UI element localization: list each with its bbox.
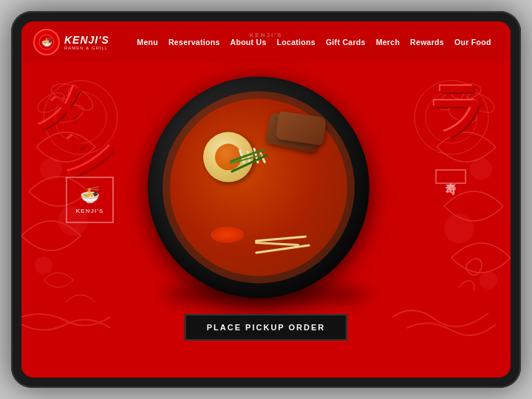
svg-text:🍜: 🍜 xyxy=(41,36,52,47)
screen: メ ン ラ 寿司 🍜 KENJI'S 🍜 KENJI'S RAMEN xyxy=(21,21,511,378)
svg-point-6 xyxy=(40,158,62,180)
logo-subtitle: RAMEN & GRILL xyxy=(64,46,109,50)
svg-point-15 xyxy=(470,158,492,180)
nav-merch[interactable]: Merch xyxy=(376,38,400,47)
svg-point-16 xyxy=(444,214,474,243)
nav-rewards[interactable]: Rewards xyxy=(410,38,444,47)
logo-name: KENJI'S xyxy=(64,34,109,46)
nav-menu[interactable]: Menu xyxy=(137,38,158,47)
green-onions xyxy=(229,154,270,165)
bowl-outer xyxy=(148,77,369,299)
navbar: 🍜 KENJI'S RAMEN & GRILL Menu Reservation… xyxy=(21,21,511,62)
red-garnish xyxy=(211,227,244,243)
nav-links: Menu Reservations About Us Locations Gif… xyxy=(129,38,499,47)
nav-about[interactable]: About Us xyxy=(231,38,267,47)
kenji-box-label: KENJI'S xyxy=(76,208,104,214)
place-pickup-order-button[interactable]: PLACE PICKUP ORDER xyxy=(185,314,347,341)
nav-reservations[interactable]: Reservations xyxy=(168,38,220,47)
jp-char-ra: ラ xyxy=(428,81,488,140)
logo-icon: 🍜 xyxy=(33,29,60,55)
bowl-inner xyxy=(163,92,355,284)
sushi-kanji-box: 寿司 xyxy=(435,169,466,184)
logo-area: 🍜 KENJI'S RAMEN & GRILL xyxy=(33,29,129,55)
svg-point-17 xyxy=(480,271,497,289)
noodles xyxy=(255,238,310,250)
tablet-frame: メ ン ラ 寿司 🍜 KENJI'S 🍜 KENJI'S RAMEN xyxy=(11,11,521,388)
nav-ourfood[interactable]: Our Food xyxy=(454,38,491,47)
pork-slices xyxy=(267,117,319,149)
jp-char-men2: ン xyxy=(62,129,117,182)
logo-text: KENJI'S RAMEN & GRILL xyxy=(64,34,109,50)
ramen-bowl-container xyxy=(148,77,384,313)
svg-point-8 xyxy=(35,256,52,274)
nav-giftcards[interactable]: Gift Cards xyxy=(326,38,366,47)
kenji-box-decoration: 🍜 KENJI'S xyxy=(66,177,114,223)
kenji-bowl-icon: 🍜 xyxy=(80,185,100,205)
nav-locations[interactable]: Locations xyxy=(277,38,316,47)
